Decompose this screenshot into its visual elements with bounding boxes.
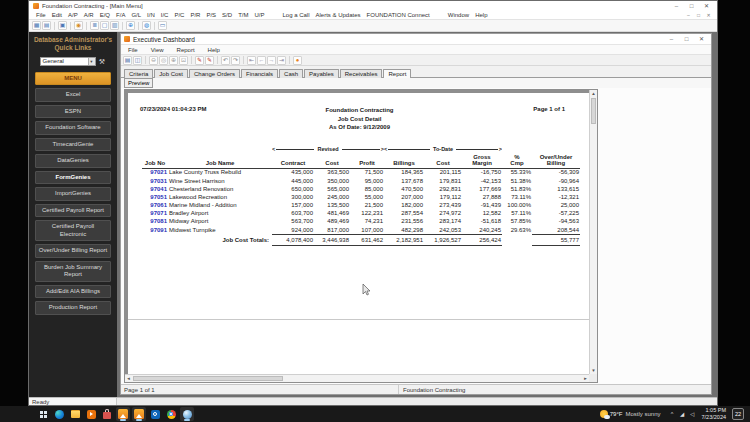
menu-log-a-call[interactable]: Log a Call	[279, 12, 312, 18]
close-icon[interactable]: ✕	[695, 35, 708, 44]
sidebar-item-burden-job-summary-report[interactable]: Burden Job Summary Report	[35, 261, 111, 282]
menu-a-r[interactable]: A/R	[81, 12, 97, 18]
chevron-up-icon[interactable]: ^	[669, 411, 676, 417]
tools-icon[interactable]: ⚒	[98, 57, 107, 66]
scroll-left-icon[interactable]: ◄	[125, 375, 132, 382]
menu-g-l[interactable]: G/L	[128, 12, 144, 18]
horizontal-scrollbar[interactable]: ◄ ►	[125, 374, 589, 382]
tab-receivables[interactable]: Receivables	[340, 69, 383, 78]
menu-window[interactable]: Window	[445, 12, 472, 18]
menu-alerts-updates[interactable]: Alerts & Updates	[313, 12, 364, 18]
sidebar-item-formgenies[interactable]: FormGenies	[35, 171, 111, 185]
zoom-out-icon[interactable]: ⊖	[149, 56, 158, 65]
marker-icon[interactable]: ✎	[195, 56, 204, 65]
store-taskbar-icon[interactable]	[100, 407, 114, 421]
dashboard-menu-file[interactable]: File	[125, 47, 141, 53]
dashboard-sphere-taskbar-icon[interactable]	[180, 407, 194, 421]
chevron-down-icon[interactable]: ▾	[88, 58, 95, 65]
minimize-icon[interactable]: –	[665, 35, 678, 44]
maximize-icon[interactable]: □	[680, 35, 693, 44]
next-page-icon[interactable]: →	[267, 56, 276, 65]
tab-preview[interactable]: Preview	[124, 78, 153, 88]
menu-edit[interactable]: Edit	[49, 12, 65, 18]
scroll-up-icon[interactable]: ▲	[590, 90, 597, 97]
info-icon[interactable]: ◍	[142, 21, 151, 30]
stop-icon[interactable]: ●	[293, 56, 302, 65]
sidebar-item-over-under-billing-report[interactable]: Over/Under Billing Report	[35, 244, 111, 258]
print-icon[interactable]: ▤	[42, 21, 51, 30]
zoom-normal-icon[interactable]: ◎	[159, 56, 168, 65]
menu-t-m[interactable]: T/M	[235, 12, 251, 18]
horizontal-scroll-thumb[interactable]	[133, 376, 283, 381]
tab-criteria[interactable]: Criteria	[124, 69, 153, 78]
sidebar-item-menu[interactable]: MENU	[35, 72, 111, 86]
sidebar-item-timecardgenie[interactable]: TimecardGenie	[35, 138, 111, 152]
tab-cash[interactable]: Cash	[279, 69, 303, 78]
minimize-icon[interactable]: –	[670, 2, 683, 11]
vertical-scroll-thumb[interactable]	[591, 98, 596, 124]
dashboard-menu-help[interactable]: Help	[205, 47, 223, 53]
menu-u-p[interactable]: U/P	[251, 12, 267, 18]
foundation-taskbar-icon[interactable]	[116, 407, 130, 421]
notification-count-badge[interactable]: 22	[732, 408, 744, 420]
minimize-icon[interactable]: –	[684, 11, 693, 19]
chrome-taskbar-icon[interactable]	[164, 407, 178, 421]
close-icon[interactable]: ✕	[704, 11, 713, 19]
tab-report[interactable]: Report	[383, 69, 411, 78]
weather-widget[interactable]: 79°F Mostly sunny	[600, 410, 661, 418]
media-player-taskbar-icon[interactable]	[84, 407, 98, 421]
locate-icon[interactable]: ◉	[74, 21, 83, 30]
menu-i-c[interactable]: I/C	[158, 12, 172, 18]
zoom-in-icon[interactable]: ⊕	[169, 56, 178, 65]
clock[interactable]: 1:05 PM 7/23/2024	[702, 407, 726, 420]
marker-2-icon[interactable]: ✎	[205, 56, 214, 65]
list-icon[interactable]: ≣	[90, 21, 99, 30]
menu-file[interactable]: File	[33, 12, 49, 18]
menu-p-s[interactable]: P/S	[203, 12, 219, 18]
sidebar-item-excel[interactable]: Excel	[35, 88, 111, 102]
zoom-fit-icon[interactable]: ⊡	[179, 56, 188, 65]
explorer-taskbar-icon[interactable]	[68, 407, 82, 421]
workspace-icon[interactable]: ▣	[58, 21, 67, 30]
sidebar-item-espn[interactable]: ESPN	[35, 105, 111, 119]
menu-help[interactable]: Help	[472, 12, 490, 18]
sidebar-item-importgenies[interactable]: ImportGenies	[35, 187, 111, 201]
sidebar-item-add-edit-aia-billings[interactable]: Add/Edit AIA Billings	[35, 285, 111, 299]
start-taskbar-icon[interactable]	[36, 407, 50, 421]
menu-a-p[interactable]: A/P	[65, 12, 81, 18]
menu-f-a[interactable]: F/A	[113, 12, 128, 18]
menu-e-q[interactable]: E/Q	[97, 12, 113, 18]
export-icon[interactable]: ◫	[133, 56, 142, 65]
edge-taskbar-icon[interactable]	[52, 407, 66, 421]
menu-i-n[interactable]: I/N	[144, 12, 158, 18]
menu-foundation-connect[interactable]: FOUNDATION Connect	[364, 12, 433, 18]
sidebar-item-datagenies[interactable]: DataGenies	[35, 154, 111, 168]
last-page-icon[interactable]: ⇥	[277, 56, 286, 65]
tab-financials[interactable]: Financials	[241, 69, 278, 78]
menu-s-d[interactable]: S/D	[219, 12, 235, 18]
dashboard-menu-view[interactable]: View	[148, 47, 167, 53]
volume-icon[interactable]: ◁	[689, 411, 696, 417]
sidebar-item-foundation-software[interactable]: Foundation Software	[35, 121, 111, 135]
redo-icon[interactable]: ↷	[231, 56, 240, 65]
menu-p-c[interactable]: P/C	[171, 12, 187, 18]
tab-job-cost[interactable]: Job Cost	[154, 69, 188, 78]
sidebar-item-certified-payroll-report[interactable]: Certified Payroll Report	[35, 204, 111, 218]
maximize-icon[interactable]: □	[685, 2, 698, 11]
network-icon[interactable]: ◢	[679, 411, 686, 417]
scroll-right-icon[interactable]: ►	[582, 375, 589, 382]
first-page-icon[interactable]: ⇤	[247, 56, 256, 65]
undo-icon[interactable]: ↶	[221, 56, 230, 65]
foundation-2-taskbar-icon[interactable]	[132, 407, 146, 421]
tile-windows-icon[interactable]: ▦	[32, 21, 41, 30]
dashboard-menu-report[interactable]: Report	[174, 47, 198, 53]
close-icon[interactable]: ✕	[700, 2, 713, 11]
monitor-icon[interactable]: ▭	[158, 21, 167, 30]
vertical-scrollbar[interactable]: ▲ ▼	[589, 90, 597, 374]
menu-p-r[interactable]: P/R	[187, 12, 203, 18]
tab-change-orders[interactable]: Change Orders	[189, 69, 240, 78]
copy-doc-icon[interactable]: ▥	[110, 21, 119, 30]
print-icon[interactable]: ▤	[123, 56, 132, 65]
add-icon[interactable]: ⊕	[126, 21, 135, 30]
category-select[interactable]: General ▾	[40, 57, 96, 66]
